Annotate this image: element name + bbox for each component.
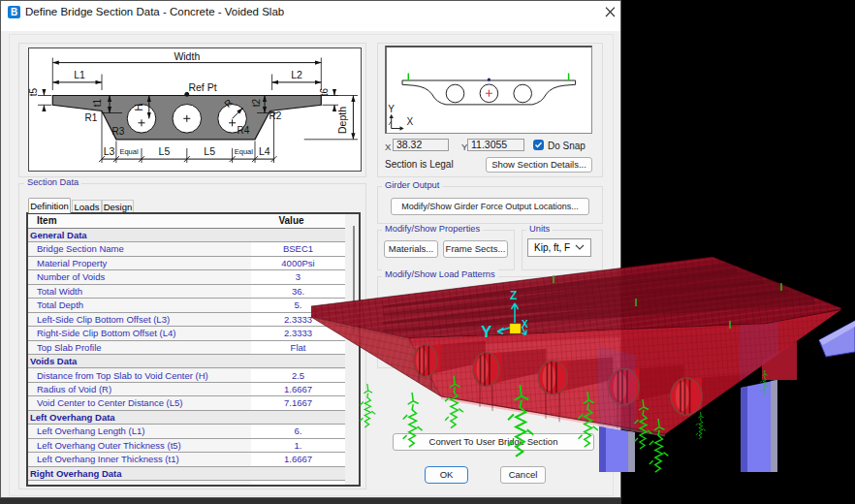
svg-text:t2: t2	[251, 98, 262, 107]
svg-text:t6: t6	[319, 87, 330, 96]
svg-text:L1: L1	[74, 69, 85, 80]
svg-text:L2: L2	[291, 69, 302, 80]
svg-text:Y: Y	[388, 104, 395, 114]
svg-text:L5: L5	[204, 145, 215, 157]
svg-text:Ref Pt: Ref Pt	[188, 81, 216, 93]
svg-text:Width: Width	[174, 50, 200, 62]
svg-text:H: H	[134, 104, 144, 110]
svg-text:R1: R1	[85, 112, 98, 123]
svg-text:L5: L5	[159, 145, 171, 157]
svg-text:t1: t1	[92, 98, 103, 107]
svg-text:R4: R4	[238, 125, 250, 136]
svg-text:Equal: Equal	[235, 147, 254, 156]
svg-text:L3: L3	[104, 145, 115, 157]
svg-text:R3: R3	[112, 126, 125, 137]
svg-text:Equal: Equal	[119, 147, 139, 156]
svg-text:t5: t5	[28, 87, 39, 96]
svg-text:X: X	[407, 116, 414, 127]
svg-text:L4: L4	[259, 145, 270, 157]
svg-text:Depth: Depth	[336, 107, 348, 134]
svg-text:R2: R2	[269, 110, 282, 121]
